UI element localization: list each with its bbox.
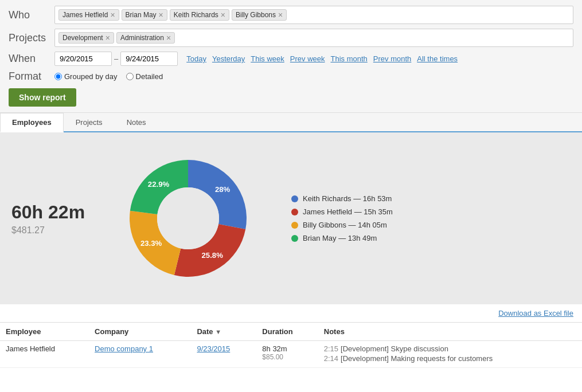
company-link-0[interactable]: Demo company 1 bbox=[95, 344, 153, 353]
who-row: Who James Hetfield×Brian May×Keith Richa… bbox=[9, 6, 573, 24]
who-tag-remove[interactable]: × bbox=[221, 11, 225, 19]
note-num-0-1: 2:14 bbox=[324, 354, 338, 363]
col-date[interactable]: Date ▼ bbox=[191, 323, 256, 341]
legend-label-2: Billy Gibbons — 14h 05m bbox=[303, 221, 387, 229]
chart-legend: Keith Richards — 16h 53m James Hetfield … bbox=[291, 194, 393, 242]
note-text-0-0: [Development] Skype discussion bbox=[341, 344, 448, 353]
note-line-0-0: 2:15[Development] Skype discussion bbox=[324, 344, 576, 353]
format-options: Grouped by day Detailed bbox=[54, 72, 163, 81]
donut-label-0: 28% bbox=[215, 185, 231, 194]
date-link-this-month[interactable]: This month bbox=[331, 54, 368, 63]
legend-dot-2 bbox=[291, 222, 298, 229]
who-tag-label: Brian May bbox=[126, 11, 157, 19]
who-tag-label: Keith Richards bbox=[174, 11, 218, 19]
donut-label-2: 23.3% bbox=[140, 239, 162, 248]
who-tag-remove[interactable]: × bbox=[159, 11, 163, 19]
chart-total-money: $481.27 bbox=[11, 225, 85, 236]
tab-employees[interactable]: Employees bbox=[0, 113, 64, 132]
format-label: Format bbox=[9, 70, 54, 83]
download-excel-link[interactable]: Download as Excel file bbox=[498, 309, 573, 317]
date-sort-icon: ▼ bbox=[215, 328, 221, 335]
format-detailed-label: Detailed bbox=[136, 72, 163, 81]
legend-dot-1 bbox=[291, 209, 298, 215]
donut-svg: 28%25.8%23.3%22.9% bbox=[119, 150, 257, 287]
date-link-prev-month[interactable]: Prev month bbox=[373, 54, 411, 63]
legend-item-1: James Hetfield — 15h 35m bbox=[291, 207, 393, 216]
cell-duration-0: 8h 32m $85.00 bbox=[256, 341, 318, 368]
table-row-0: James Hetfield Demo company 1 9/23/2015 … bbox=[0, 341, 582, 368]
format-grouped-radio[interactable] bbox=[54, 73, 62, 80]
donut-label-3: 22.9% bbox=[148, 180, 170, 189]
cell-date-0: 9/23/2015 bbox=[191, 341, 256, 368]
tab-projects[interactable]: Projects bbox=[64, 113, 115, 131]
when-label: When bbox=[9, 53, 54, 65]
col-duration: Duration bbox=[256, 323, 318, 341]
format-detailed[interactable]: Detailed bbox=[126, 72, 163, 81]
donut-center bbox=[157, 187, 219, 249]
col-notes: Notes bbox=[318, 323, 582, 341]
cell-notes-0: 2:15[Development] Skype discussion2:14[D… bbox=[318, 341, 582, 368]
date-link-row-0[interactable]: 9/23/2015 bbox=[197, 344, 230, 353]
who-tag-label: Billy Gibbons bbox=[236, 11, 276, 19]
when-row: When – TodayYesterdayThis weekPrev weekT… bbox=[9, 52, 573, 66]
date-link-today[interactable]: Today bbox=[186, 54, 206, 63]
legend-dot-3 bbox=[291, 235, 298, 242]
note-text-0-1: [Development] Making requests for custom… bbox=[341, 354, 493, 363]
download-section: Download as Excel file bbox=[0, 304, 582, 323]
legend-item-3: Brian May — 13h 49m bbox=[291, 234, 393, 242]
tab-notes[interactable]: Notes bbox=[115, 113, 158, 131]
legend-item-2: Billy Gibbons — 14h 05m bbox=[291, 221, 393, 229]
projects-label: Projects bbox=[9, 32, 54, 44]
projects-row: Projects Development×Administration× bbox=[9, 29, 573, 47]
format-grouped[interactable]: Grouped by day bbox=[54, 72, 118, 81]
who-tag-james: James Hetfield× bbox=[58, 9, 119, 21]
who-tag-keith: Keith Richards× bbox=[170, 9, 229, 21]
chart-section: 60h 22m $481.27 28%25.8%23.3%22.9% Keith… bbox=[0, 132, 582, 304]
project-tag-admin: Administration× bbox=[116, 32, 175, 44]
project-tag-remove[interactable]: × bbox=[166, 34, 171, 42]
cell-employee-0: James Hetfield bbox=[0, 341, 89, 368]
legend-dot-0 bbox=[291, 195, 298, 202]
date-link-all-times[interactable]: All the times bbox=[417, 54, 458, 63]
cell-company-0: Demo company 1 bbox=[89, 341, 191, 368]
donut-label-1: 25.8% bbox=[202, 251, 224, 260]
who-tag-billy: Billy Gibbons× bbox=[232, 9, 287, 21]
format-detailed-radio[interactable] bbox=[126, 73, 134, 80]
date-to-input[interactable] bbox=[120, 52, 178, 66]
project-tag-remove[interactable]: × bbox=[106, 34, 110, 42]
who-tag-brian: Brian May× bbox=[122, 9, 167, 21]
who-tag-label: James Hetfield bbox=[63, 11, 108, 19]
project-tag-dev: Development× bbox=[58, 32, 114, 44]
date-link-yesterday[interactable]: Yesterday bbox=[212, 54, 245, 63]
note-num-0-0: 2:15 bbox=[324, 344, 338, 353]
date-shortcuts: TodayYesterdayThis weekPrev weekThis mon… bbox=[186, 54, 458, 63]
note-line-0-1: 2:14[Development] Making requests for cu… bbox=[324, 354, 576, 363]
duration-value-0: 8h 32m bbox=[262, 344, 312, 353]
format-row: Format Grouped by day Detailed bbox=[9, 70, 573, 83]
tabs-bar: EmployeesProjectsNotes bbox=[0, 113, 582, 132]
chart-total: 60h 22m $481.27 bbox=[11, 202, 85, 236]
chart-total-time: 60h 22m bbox=[11, 202, 85, 223]
legend-label-0: Keith Richards — 16h 53m bbox=[303, 194, 392, 203]
duration-money-0: $85.00 bbox=[262, 353, 312, 361]
who-tag-remove[interactable]: × bbox=[110, 11, 115, 19]
date-link-this-week[interactable]: This week bbox=[251, 54, 284, 63]
donut-chart: 28%25.8%23.3%22.9% bbox=[119, 150, 257, 287]
projects-filter-box[interactable]: Development×Administration× bbox=[54, 29, 573, 47]
who-tag-remove[interactable]: × bbox=[278, 11, 283, 19]
legend-label-3: Brian May — 13h 49m bbox=[303, 234, 377, 242]
report-table: Employee Company Date ▼ Duration Notes J… bbox=[0, 323, 582, 368]
date-range: – bbox=[54, 52, 178, 66]
who-label: Who bbox=[9, 9, 54, 21]
date-link-prev-week[interactable]: Prev week bbox=[290, 54, 325, 63]
legend-item-0: Keith Richards — 16h 53m bbox=[291, 194, 393, 203]
filter-section: Who James Hetfield×Brian May×Keith Richa… bbox=[0, 0, 582, 113]
legend-label-1: James Hetfield — 15h 35m bbox=[303, 207, 393, 216]
who-filter-box[interactable]: James Hetfield×Brian May×Keith Richards×… bbox=[54, 6, 573, 24]
format-grouped-label: Grouped by day bbox=[64, 72, 118, 81]
show-report-button[interactable]: Show report bbox=[9, 88, 76, 107]
date-from-input[interactable] bbox=[54, 52, 112, 66]
project-tag-label: Development bbox=[63, 34, 103, 42]
date-separator: – bbox=[114, 54, 118, 63]
col-employee: Employee bbox=[0, 323, 89, 341]
